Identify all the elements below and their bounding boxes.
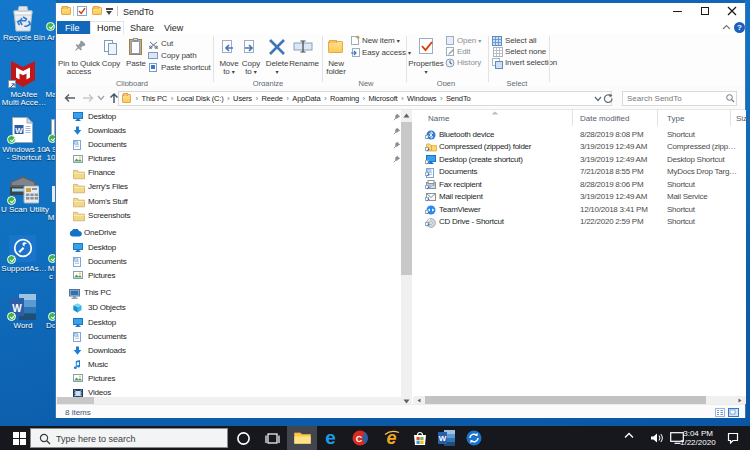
svg-text:W: W [439, 434, 447, 443]
svg-text:e: e [325, 429, 336, 447]
svg-text:W: W [15, 126, 23, 135]
svg-text:C: C [356, 434, 363, 444]
